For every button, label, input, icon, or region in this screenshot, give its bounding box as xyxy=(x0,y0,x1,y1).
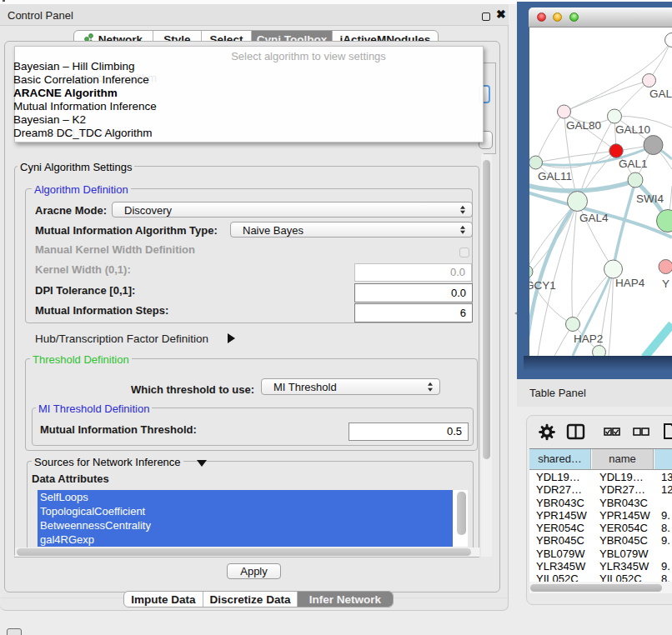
svg-text:GAL7: GAL7 xyxy=(649,88,672,100)
svg-text:HAP4: HAP4 xyxy=(615,277,645,289)
svg-text:Y: Y xyxy=(662,278,669,290)
svg-text:GAL80: GAL80 xyxy=(566,119,601,132)
svg-text:SWI4: SWI4 xyxy=(636,192,664,205)
svg-text:HAP2: HAP2 xyxy=(574,332,603,345)
svg-text:GAL10: GAL10 xyxy=(615,123,650,136)
svg-text:GAL11: GAL11 xyxy=(538,170,572,182)
svg-text:GCY1: GCY1 xyxy=(529,279,556,292)
svg-text:GAL1: GAL1 xyxy=(619,158,648,170)
svg-text:GAL4: GAL4 xyxy=(579,212,609,224)
